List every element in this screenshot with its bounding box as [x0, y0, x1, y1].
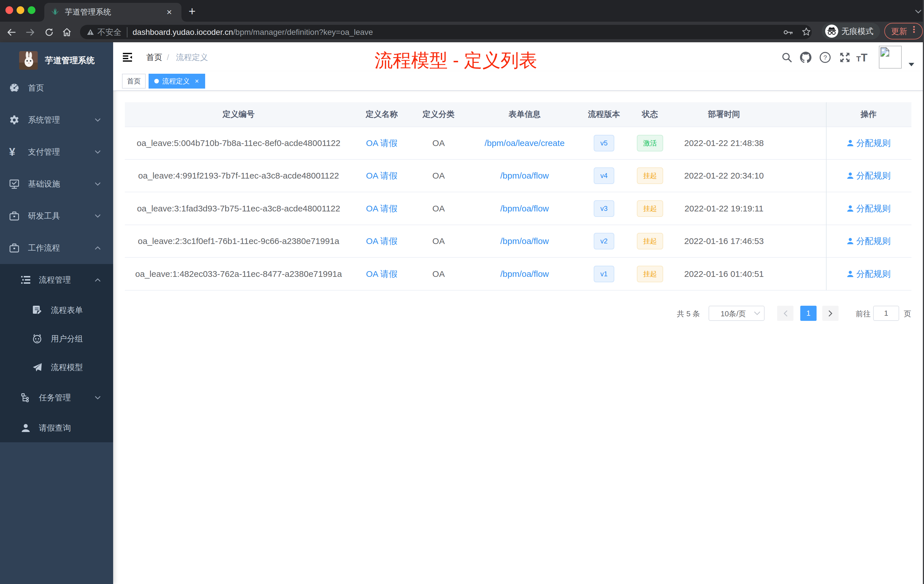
svg-text:?: ?: [823, 54, 827, 61]
